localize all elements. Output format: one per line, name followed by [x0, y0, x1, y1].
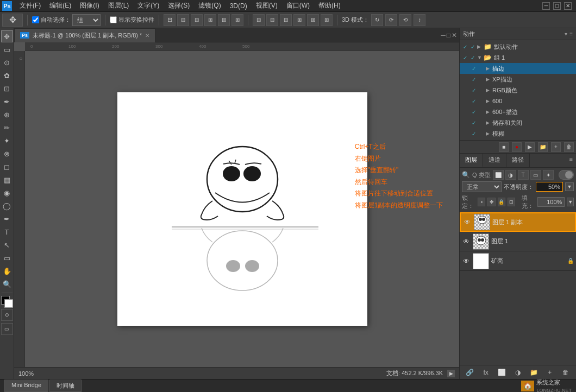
actions-panel-collapse[interactable]: ▾: [565, 31, 567, 37]
dist-mid-button[interactable]: ⊞: [307, 14, 319, 26]
menu-layer[interactable]: 图层(L): [104, 0, 134, 11]
eraser-tool[interactable]: ◻: [1, 161, 13, 173]
crop-tool[interactable]: ⊡: [1, 83, 13, 94]
history-brush-tool[interactable]: ⊗: [1, 148, 13, 160]
action-item-600[interactable]: ✓ ▶ 600: [460, 96, 576, 106]
dist-left-button[interactable]: ⊟: [253, 14, 265, 26]
action-item-600stroke[interactable]: ✓ ▶ 600+描边: [460, 106, 576, 117]
brush-tool[interactable]: ✏: [1, 122, 13, 134]
quick-select-tool[interactable]: ✿: [1, 69, 13, 81]
menu-help[interactable]: 帮助(H): [314, 0, 345, 11]
lasso-tool[interactable]: ⊙: [1, 56, 13, 68]
align-bottom-button[interactable]: ⊞: [231, 14, 243, 26]
filter-text-button[interactable]: T: [518, 170, 529, 180]
new-action-set-button[interactable]: 📁: [538, 142, 548, 152]
delete-action-button[interactable]: 🗑: [564, 142, 574, 152]
delete-layer-button[interactable]: 🗑: [560, 367, 571, 378]
layer-eye-bg[interactable]: 👁: [462, 257, 471, 265]
3d-mode-btn2[interactable]: ⟳: [385, 14, 397, 26]
new-layer-button[interactable]: +: [544, 367, 555, 378]
lock-artboard-button[interactable]: ⊡: [508, 198, 515, 206]
align-top-button[interactable]: ⊞: [204, 14, 216, 26]
filter-shape-button[interactable]: ▭: [530, 170, 541, 180]
lock-all-button[interactable]: 🔒: [498, 198, 505, 206]
zoom-tool[interactable]: 🔍: [1, 278, 13, 290]
action-item-xp[interactable]: ✓ ▶ XP描边: [460, 74, 576, 85]
filter-toggle[interactable]: [559, 170, 574, 180]
path-select-tool[interactable]: ↖: [1, 239, 13, 251]
action-expand-3[interactable]: ▶: [486, 77, 491, 82]
clone-tool[interactable]: ✦: [1, 135, 13, 147]
blend-mode-select[interactable]: 正常: [462, 181, 502, 192]
quick-mask-button[interactable]: ⊙: [1, 309, 13, 321]
menu-edit[interactable]: 编辑(E): [45, 0, 76, 11]
opacity-arrow[interactable]: ▼: [565, 182, 574, 191]
dist-bottom-button[interactable]: ⊞: [321, 14, 333, 26]
action-expand-2[interactable]: ▶: [486, 66, 491, 71]
stop-action-button[interactable]: ■: [499, 142, 509, 152]
layer-item-bg[interactable]: 👁 矿亮 🔒: [460, 251, 576, 271]
action-expand-4[interactable]: ▶: [486, 87, 491, 93]
tab-layers[interactable]: 图层: [460, 154, 483, 167]
3d-mode-btn1[interactable]: ↻: [371, 14, 383, 26]
dodge-tool[interactable]: ◯: [1, 200, 13, 212]
lock-pixel-button[interactable]: ▪: [478, 198, 485, 206]
menu-filter[interactable]: 滤镜(Q): [194, 0, 225, 11]
fill-input[interactable]: [537, 197, 565, 207]
menu-image[interactable]: 图像(I): [76, 0, 103, 11]
patch-tool[interactable]: ⊕: [1, 109, 13, 121]
tab-channels[interactable]: 通道: [483, 154, 506, 167]
action-expand-1[interactable]: ▼: [477, 55, 483, 60]
marquee-tool[interactable]: ▭: [1, 43, 13, 55]
status-arrow-button[interactable]: ▶: [447, 370, 455, 377]
canvas-tab[interactable]: Ps 未标题-1 @ 100% (图层 1 副本, RGB/8) * ✕: [14, 28, 155, 42]
menu-text[interactable]: 文字(Y): [133, 0, 164, 11]
action-item-save[interactable]: ✓ ▶ 储存和关闭: [460, 117, 576, 128]
text-tool[interactable]: T: [1, 226, 13, 238]
doc-minimize-button[interactable]: ─: [441, 31, 446, 39]
action-item-rgb[interactable]: ✓ ▶ RGB颜色: [460, 85, 576, 96]
play-action-button[interactable]: ▶: [525, 142, 535, 152]
action-item-blur[interactable]: ✓ ▶ 模糊: [460, 128, 576, 139]
new-action-button[interactable]: +: [551, 142, 561, 152]
record-action-button[interactable]: ●: [512, 142, 522, 152]
tab-paths[interactable]: 路径: [506, 154, 530, 167]
3d-mode-btn4[interactable]: ↕: [414, 14, 425, 26]
auto-select-checkbox[interactable]: [32, 16, 39, 23]
action-expand-7[interactable]: ▶: [486, 120, 491, 125]
dist-center-button[interactable]: ⊟: [266, 14, 278, 26]
layer-group-button[interactable]: 📁: [528, 367, 539, 378]
align-middle-button[interactable]: ⊞: [218, 14, 230, 26]
canvas-tab-close[interactable]: ✕: [145, 33, 149, 39]
dist-top-button[interactable]: ⊞: [293, 14, 305, 26]
menu-file[interactable]: 文件(F): [15, 0, 45, 11]
fill-arrow[interactable]: ▼: [567, 198, 574, 206]
filter-pixel-button[interactable]: ⬜: [493, 170, 504, 180]
show-transform-checkbox[interactable]: [110, 16, 117, 23]
filter-smart-button[interactable]: ✦: [543, 170, 554, 180]
layers-panel-menu[interactable]: ≡: [566, 154, 576, 167]
move-tool[interactable]: ✥: [1, 30, 13, 42]
layer-adjust-button[interactable]: ◑: [512, 367, 523, 378]
lock-pos-button[interactable]: ✥: [487, 198, 495, 206]
layer-mask-button[interactable]: ⬜: [497, 367, 508, 378]
auto-select-type[interactable]: 组 图层: [72, 14, 101, 26]
doc-close-button[interactable]: ✕: [452, 31, 457, 39]
action-expand-8[interactable]: ▶: [486, 131, 491, 136]
action-item-group1[interactable]: ✓ ✓ ▼ 📂 组 1: [460, 52, 576, 63]
gradient-tool[interactable]: ▦: [1, 174, 13, 186]
layer-link-button[interactable]: 🔗: [465, 367, 475, 378]
blur-tool[interactable]: ◉: [1, 187, 13, 199]
maximize-button[interactable]: □: [553, 2, 561, 10]
doc-restore-button[interactable]: □: [447, 31, 450, 39]
layer-item-1[interactable]: 👁 图层 1: [460, 232, 576, 251]
action-expand-6[interactable]: ▶: [486, 109, 491, 115]
layer-eye-1[interactable]: 👁: [462, 237, 471, 246]
align-right-button[interactable]: ⊟: [191, 14, 203, 26]
layer-item-copy[interactable]: 👁 图层 1 副本: [460, 212, 576, 232]
action-expand-5[interactable]: ▶: [486, 98, 491, 104]
shape-tool[interactable]: ▭: [1, 252, 13, 264]
3d-mode-btn3[interactable]: ⟲: [399, 14, 411, 26]
hand-tool[interactable]: ✋: [1, 265, 13, 277]
action-item-default[interactable]: ✓ ✓ ▶ 📁 默认动作: [460, 41, 576, 52]
